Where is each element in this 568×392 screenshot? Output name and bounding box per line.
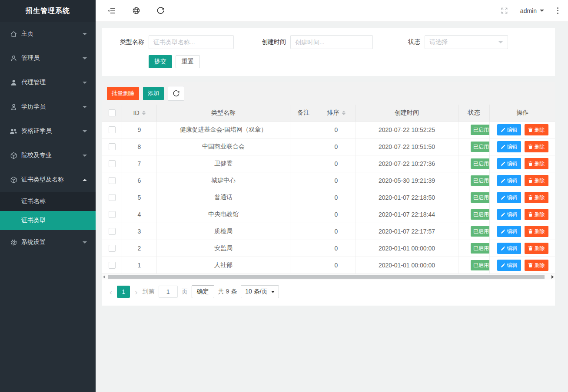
sort-order-icon[interactable] (342, 111, 345, 115)
reset-button[interactable]: 重置 (176, 55, 200, 68)
row-sort: 0 (317, 189, 355, 206)
row-checkbox[interactable] (109, 262, 116, 269)
row-checkbox[interactable] (109, 143, 116, 150)
row-id: 2 (122, 240, 157, 257)
pencil-icon (501, 161, 505, 166)
scroll-right-arrow-icon[interactable] (551, 275, 554, 279)
pencil-icon (501, 212, 505, 217)
row-status-cell: 已启用 (458, 206, 490, 223)
type-name-input[interactable] (149, 35, 234, 49)
refresh-icon[interactable] (152, 3, 169, 19)
sidebar-item-edu-student[interactable]: 学历学员 (0, 95, 96, 119)
goto-confirm-button[interactable]: 确定 (192, 285, 214, 298)
table-header: ID 类型名称 备注 排序 创建时间 状态 操作 (102, 105, 555, 122)
edit-button[interactable]: 编辑 (497, 243, 521, 254)
row-checkbox[interactable] (109, 177, 116, 184)
batch-delete-button[interactable]: 批量删除 (107, 87, 139, 100)
pencil-icon (501, 195, 505, 200)
scroll-left-arrow-icon[interactable] (103, 275, 105, 279)
row-checkbox[interactable] (109, 245, 116, 252)
table-body: 9 健康促进基金会-国培网（双章） 0 2020-07-22 10:52:25 … (102, 122, 555, 274)
row-sort: 0 (317, 138, 355, 155)
row-status-cell: 已启用 (458, 189, 490, 206)
goto-suffix: 页 (182, 288, 188, 296)
row-checkbox[interactable] (109, 228, 116, 235)
header-id: ID (122, 105, 157, 121)
row-type-name: 城建中心 (157, 172, 290, 189)
row-checkbox[interactable] (109, 126, 116, 133)
chevron-down-icon (83, 57, 87, 59)
status-select[interactable]: 请选择 (425, 35, 508, 49)
edit-button[interactable]: 编辑 (497, 158, 521, 169)
select-all-checkbox[interactable] (109, 109, 116, 116)
delete-button[interactable]: 删除 (525, 192, 548, 203)
scrollbar-thumb[interactable] (108, 275, 545, 279)
kebab-menu-icon[interactable] (555, 6, 560, 16)
current-page-button[interactable]: 1 (117, 286, 130, 298)
sidebar-nav: 主页 管理员 代理管理 学历学员 (0, 22, 96, 254)
table-refresh-button[interactable] (168, 86, 184, 101)
edit-button[interactable]: 编辑 (497, 260, 521, 271)
sidebar-item-admin[interactable]: 管理员 (0, 46, 96, 70)
field-label: 创建时间 (260, 38, 286, 46)
globe-icon[interactable] (128, 3, 144, 19)
row-checkbox-cell (102, 172, 122, 189)
sidebar-item-college-major[interactable]: 院校及专业 (0, 143, 96, 168)
sidebar-item-agent[interactable]: 代理管理 (0, 70, 96, 95)
edit-button[interactable]: 编辑 (497, 192, 521, 203)
page-size-select[interactable]: 10 条/页 (241, 285, 279, 298)
delete-button[interactable]: 删除 (525, 243, 548, 254)
select-all-cell (102, 105, 122, 121)
sort-id-icon[interactable] (142, 111, 146, 115)
create-time-input[interactable] (290, 35, 373, 49)
edit-button[interactable]: 编辑 (497, 226, 521, 237)
sidebar-subitem-label: 证书类型 (21, 217, 46, 224)
sidebar-item-cert-type-name[interactable]: 证书类型及名称 (0, 168, 96, 192)
edit-button[interactable]: 编辑 (497, 175, 521, 186)
row-status-cell: 已启用 (458, 223, 490, 240)
row-id: 3 (122, 223, 157, 240)
goto-page-input[interactable] (159, 286, 178, 298)
user-menu[interactable]: admin (520, 7, 544, 14)
sidebar-subitem-cert-type[interactable]: 证书类型 (0, 211, 96, 230)
row-create-time: 2020-01-07 22:17:57 (355, 223, 458, 240)
delete-button[interactable]: 删除 (525, 141, 548, 152)
gear-icon (10, 238, 17, 246)
submit-button[interactable]: 提交 (149, 55, 172, 68)
delete-button[interactable]: 删除 (525, 175, 548, 186)
edit-button[interactable]: 编辑 (497, 141, 521, 152)
row-operations: 编辑 删除 (490, 240, 555, 257)
table-row: 8 中国商业联合会 0 2020-07-22 10:51:50 已启用 编辑 删… (102, 138, 555, 155)
chevron-down-icon (83, 106, 87, 108)
fullscreen-icon[interactable] (501, 7, 508, 14)
row-checkbox[interactable] (109, 211, 116, 218)
sidebar-item-label: 证书类型及名称 (21, 176, 64, 184)
row-remark (290, 206, 317, 223)
next-page-icon[interactable]: › (134, 288, 138, 296)
home-icon (10, 30, 17, 38)
row-checkbox[interactable] (109, 160, 116, 167)
edit-button[interactable]: 编辑 (497, 209, 521, 220)
add-button[interactable]: 添加 (143, 87, 164, 100)
sidebar-item-settings[interactable]: 系统设置 (0, 230, 96, 254)
header-status: 状态 (458, 105, 490, 121)
collapse-menu-icon[interactable] (103, 3, 120, 19)
delete-button[interactable]: 删除 (525, 209, 548, 220)
status-badge: 已启用 (471, 260, 490, 270)
prev-page-icon[interactable]: ‹ (109, 288, 113, 296)
delete-button[interactable]: 删除 (525, 260, 548, 271)
row-checkbox[interactable] (109, 194, 116, 201)
table-row: 1 人社部 0 2020-01-01 00:00:00 已启用 编辑 删除 (102, 257, 555, 274)
row-operations: 编辑 删除 (490, 189, 555, 206)
row-id: 6 (122, 172, 157, 189)
row-id: 9 (122, 122, 157, 138)
delete-button[interactable]: 删除 (525, 226, 548, 237)
sidebar-item-home[interactable]: 主页 (0, 22, 96, 46)
delete-button[interactable]: 删除 (525, 124, 548, 135)
users-icon (10, 127, 17, 135)
sidebar-subitem-cert-name[interactable]: 证书名称 (0, 192, 96, 211)
sidebar-item-cert-student[interactable]: 资格证学员 (0, 119, 96, 143)
delete-button[interactable]: 删除 (525, 158, 548, 169)
page-content: 类型名称 创建时间 状态 请选择 (96, 22, 568, 392)
edit-button[interactable]: 编辑 (497, 124, 521, 135)
